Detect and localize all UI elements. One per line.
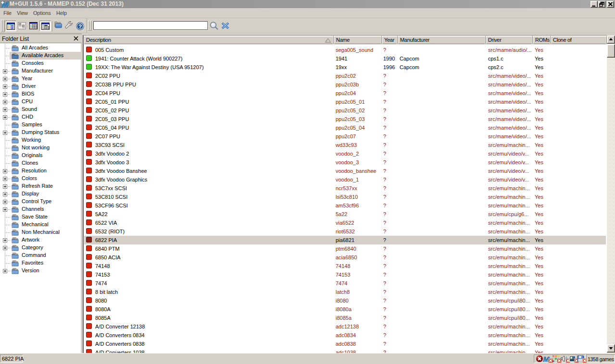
svg-text:?: ? — [78, 24, 82, 29]
